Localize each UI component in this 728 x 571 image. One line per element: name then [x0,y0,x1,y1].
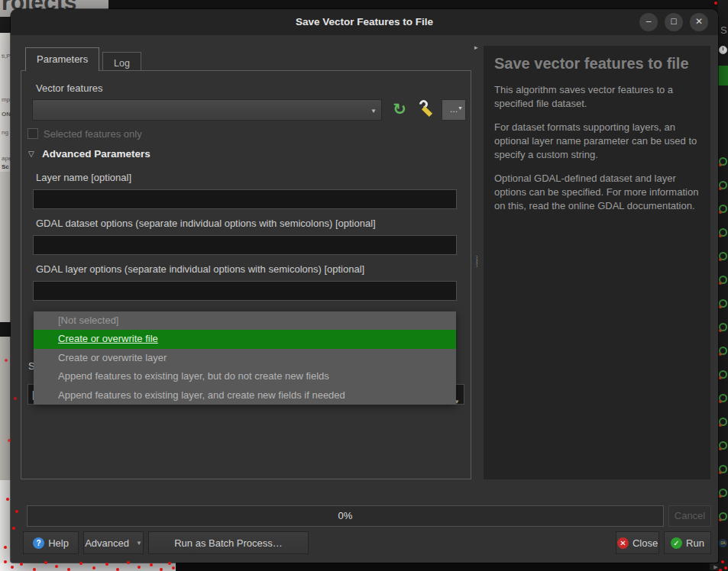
map-point-feature-dot [79,562,83,565]
run-check-icon: ✓ [671,537,682,549]
processing-history-icon [719,394,727,402]
minimize-button[interactable]: – [639,13,658,31]
map-point-feature-dot [20,563,23,566]
progress-bar: 0% [27,505,664,527]
processing-history-icon [719,370,727,379]
map-point-feature-dot [127,561,130,564]
map-point-feature-dot [6,498,9,501]
processing-history-icon [719,347,727,355]
processing-history-icon [719,276,727,284]
map-point-feature-dot [160,568,163,571]
globe-icon: 0A [719,539,727,547]
help-paragraph: This algorithm saves vector features to … [494,83,700,111]
map-point-feature-dot [4,546,7,549]
processing-history-icon [719,228,727,237]
dropdown-item-create-overwrite-layer[interactable]: Create or overwrite layer [34,349,456,367]
processing-history-icon [719,205,727,213]
help-button-label: Help [48,537,69,549]
map-point-feature-dot [11,566,14,569]
map-point-feature-dot [44,561,47,564]
map-point-feature-dot [8,439,11,442]
map-point-feature-dot [724,566,727,569]
map-point-feature-dot [12,527,15,530]
panel-title-fragment: S [720,24,727,36]
help-title: Save vector features to file [494,55,700,73]
map-label-fragment: ti,P [2,53,11,60]
background-right-strip: S 0A [718,0,728,571]
selected-algorithm-highlight [718,66,728,85]
map-point-feature-dot [714,2,717,5]
map-label-fragment: mp [2,96,10,103]
tab-log[interactable]: Log [102,52,141,71]
processing-history-icon [719,512,727,521]
map-point-feature-dot [55,565,58,568]
help-paragraph: For dataset formats supporting layers, a… [494,121,700,162]
processing-history-icon [719,465,727,473]
help-panel: Save vector features to file This algori… [484,46,710,479]
processing-history-icon [719,299,727,308]
dropdown-item-append-no-new-fields[interactable]: Append features to existing layer, but d… [34,367,456,386]
maximize-button[interactable]: ☐ [665,13,683,31]
map-point-feature-dot [150,563,153,566]
save-vector-features-dialog: Save Vector Features to File – ☐ ✕ Param… [11,9,718,563]
close-button-label: Close [633,537,658,549]
map-point-feature-dot [67,568,70,571]
map-point-feature-dot [116,568,119,571]
map-point-feature-dot [138,566,141,569]
parameters-groupbox [21,70,471,479]
processing-history-icon [719,323,727,331]
splitter-handle[interactable]: ⁞⁞⁞ [476,257,480,280]
tab-parameters[interactable]: Parameters [25,47,99,71]
dialog-titlebar[interactable]: Save Vector Features to File – ☐ ✕ [11,9,718,35]
map-point-feature-dot [168,562,171,565]
splitter-collapse-icon[interactable]: ▸ [474,44,478,51]
advanced-button[interactable]: Advanced ▼ [83,531,144,554]
qgis-screen: rojects ti,P mp ONH ng ape Sc ▶ S 0A Sav… [0,0,728,571]
batch-button-label: Run as Batch Process… [174,537,283,549]
action-dropdown-popup: [Not selected] Create or overwrite file … [34,311,456,405]
map-label-fragment: ng [2,129,8,136]
map-point-feature-dot [14,397,17,400]
processing-history-icon [719,489,727,497]
processing-history-icon [719,181,727,189]
chevron-down-icon: ▼ [136,540,142,547]
dialog-title: Save Vector Features to File [11,9,718,35]
run-button-label: Run [686,537,704,549]
run-as-batch-button[interactable]: Run as Batch Process… [148,531,309,554]
map-point-feature-dot [15,510,18,513]
map-point-feature-dot [721,560,724,563]
close-x-icon: ✕ [617,537,629,549]
processing-history-icon [719,441,727,450]
map-point-feature-dot [33,568,36,571]
map-point-feature-dot [4,560,7,563]
map-label-fragment: Sc [2,163,9,170]
dropdown-item-append-new-fields[interactable]: Append features to existing layer, and c… [34,386,456,405]
help-button[interactable]: ? Help [23,531,79,554]
dropdown-item-create-overwrite-file[interactable]: Create or overwrite file [34,330,456,348]
clock-icon [719,46,727,54]
map-point-feature-dot [105,563,108,566]
processing-history-icon [719,157,727,166]
background-bottom-strip: ▶ [0,563,728,571]
map-point-feature-dot [92,566,95,569]
dropdown-item-not-selected[interactable]: [Not selected] [34,311,456,330]
help-paragraph: Optional GDAL-defined dataset and layer … [494,172,700,213]
run-button[interactable]: ✓ Run [664,531,711,554]
close-window-button[interactable]: ✕ [690,13,708,31]
map-point-feature-dot [5,359,8,362]
help-question-icon: ? [33,537,44,549]
advanced-button-label: Advanced [85,537,129,549]
close-button[interactable]: ✕ Close [616,531,659,554]
map-point-feature-dot [172,566,175,569]
processing-history-icon [719,418,727,426]
processing-history-icon [719,252,727,260]
cancel-button[interactable]: Cancel [668,505,711,527]
